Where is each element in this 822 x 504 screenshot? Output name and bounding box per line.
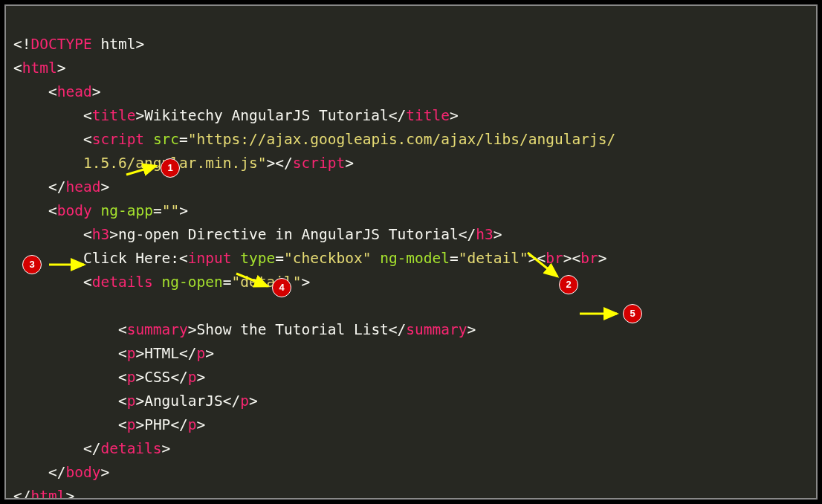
annotation-badge-1: 1 xyxy=(161,158,180,178)
annotation-badge-2: 2 xyxy=(559,275,578,294)
code-line-2: <html> xyxy=(13,59,65,77)
p1-text: HTML xyxy=(144,345,179,362)
doctype-text: html xyxy=(92,36,136,53)
code-line-16: <p>AngularJS</p> xyxy=(13,392,258,410)
annotation-badge-3: 3 xyxy=(22,255,42,274)
tag-title-close: title xyxy=(406,107,450,124)
tag-h3: h3 xyxy=(92,226,109,243)
p3-text: AngularJS xyxy=(144,392,223,410)
p4-text: PHP xyxy=(144,416,170,433)
p2-text: CSS xyxy=(144,369,170,386)
code-line-17: <p>PHP</p> xyxy=(13,416,205,433)
attr-ngapp: ng-app xyxy=(100,202,152,219)
attr-src: src xyxy=(153,131,179,148)
code-line-14: <p>HTML</p> xyxy=(13,345,214,362)
tag-html: html xyxy=(22,59,57,77)
title-text: Wikitechy AngularJS Tutorial xyxy=(144,107,389,124)
code-editor: <!DOCTYPE html> <html> <head> <title>Wik… xyxy=(4,4,818,500)
punct: > xyxy=(135,36,144,53)
src-value-1: "https://ajax.googleapis.com/ajax/libs/a… xyxy=(188,131,615,148)
tag-head: head xyxy=(57,83,92,100)
code-line-8: <body ng-app=""> xyxy=(13,202,188,219)
code-line-10: Click Here:<input type="checkbox" ng-mod… xyxy=(13,250,606,267)
attr-type: type xyxy=(240,250,275,267)
tag-body: body xyxy=(57,202,92,219)
code-line-19: </body> xyxy=(13,464,109,481)
code-line-13: <summary>Show the Tutorial List</summary… xyxy=(13,321,476,338)
summary-text: Show the Tutorial List xyxy=(197,321,389,338)
code-line-11: <details ng-open="detail"> xyxy=(13,274,310,291)
attr-ngopen: ng-open xyxy=(162,274,223,291)
punct: <! xyxy=(13,36,30,53)
tag-input: input xyxy=(188,250,232,267)
code-line-6: 1.5.6/angular.min.js"></script> xyxy=(13,155,354,172)
tag-p-close: p xyxy=(197,345,206,362)
code-line-20: </html> xyxy=(13,488,74,500)
code-line-1: <!DOCTYPE html> xyxy=(13,36,144,53)
tag-head-close: head xyxy=(65,178,100,196)
ngmodel-value: "detail" xyxy=(459,250,528,267)
code-line-12 xyxy=(13,297,118,314)
tag-p-close-2: p xyxy=(188,369,197,386)
doctype-keyword: DOCTYPE xyxy=(30,36,91,53)
tag-script-close: script xyxy=(293,155,345,172)
tag-script: script xyxy=(92,131,144,148)
h3-text: ng-open Directive in AngularJS Tutorial xyxy=(118,226,459,243)
tag-details-close: details xyxy=(100,440,161,457)
tag-p-3: p xyxy=(127,392,136,410)
attr-ngmodel: ng-model xyxy=(380,250,450,267)
code-line-3: <head> xyxy=(13,83,100,100)
code-line-4: <title>Wikitechy AngularJS Tutorial</tit… xyxy=(13,107,459,124)
code-line-5: <script src="https://ajax.googleapis.com… xyxy=(13,131,615,148)
click-here-text: Click Here: xyxy=(83,250,179,267)
code-line-15: <p>CSS</p> xyxy=(13,369,205,386)
tag-title: title xyxy=(92,107,136,124)
tag-p-2: p xyxy=(127,369,136,386)
tag-p-close-3: p xyxy=(240,392,249,410)
tag-summary: summary xyxy=(127,321,188,338)
tag-p-close-4: p xyxy=(188,416,197,433)
tag-summary-close: summary xyxy=(406,321,467,338)
tag-html-close: html xyxy=(30,488,65,500)
tag-br-2: br xyxy=(580,250,598,267)
tag-h3-close: h3 xyxy=(476,226,493,243)
tag-details: details xyxy=(92,274,153,291)
tag-br: br xyxy=(546,250,563,267)
tag-p-4: p xyxy=(127,416,136,433)
tag-body-close: body xyxy=(65,464,100,481)
code-line-18: </details> xyxy=(13,440,170,457)
tag-p: p xyxy=(127,345,136,362)
ngapp-value: "" xyxy=(162,202,179,219)
code-line-9: <h3>ng-open Directive in AngularJS Tutor… xyxy=(13,226,502,243)
type-value: "checkbox" xyxy=(284,250,371,267)
code-line-7: </head> xyxy=(13,178,109,196)
annotation-badge-5: 5 xyxy=(623,304,642,323)
annotation-badge-4: 4 xyxy=(272,278,291,297)
